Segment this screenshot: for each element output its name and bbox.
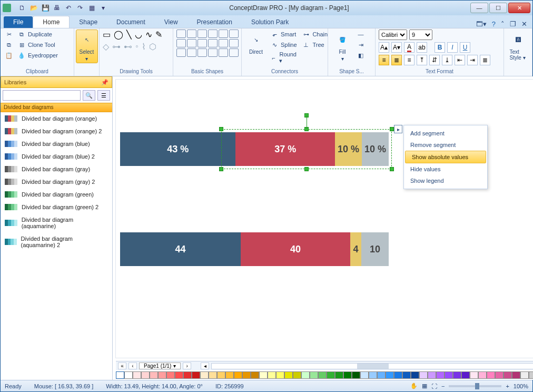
color-swatch[interactable] (158, 371, 166, 379)
page-first-button[interactable]: « (118, 362, 126, 369)
color-swatch[interactable] (495, 371, 504, 379)
color-swatch[interactable] (310, 371, 318, 379)
ellipse-tool-icon[interactable]: ◯ (114, 30, 123, 40)
library-item[interactable]: Divided bar diagram (orange) 2 (1, 125, 112, 138)
library-item[interactable]: Divided bar diagram (gray) 2 (1, 175, 112, 188)
color-swatch[interactable] (386, 371, 394, 379)
qat-save-icon[interactable]: 💾 (41, 3, 50, 13)
bar-segment[interactable]: 40 (241, 232, 350, 266)
library-search-input[interactable] (3, 90, 81, 101)
bar-segment[interactable]: 10 % (362, 132, 389, 166)
tab-shape[interactable]: Shape (70, 16, 107, 28)
smart-tag-button[interactable]: ▸ (394, 125, 402, 133)
color-swatch[interactable] (318, 371, 327, 379)
qat-more-icon[interactable]: ▾ (98, 3, 108, 13)
color-swatch[interactable] (512, 371, 520, 379)
color-swatch[interactable] (141, 371, 150, 379)
spline-connector-button[interactable]: ∿Spline (269, 40, 299, 50)
color-swatch[interactable] (225, 371, 234, 379)
library-item[interactable]: Divided bar diagram (gray) (1, 163, 112, 175)
bar-segment[interactable]: 10 % (335, 132, 362, 166)
linespacing-button[interactable]: ≣ (480, 55, 490, 65)
color-swatch[interactable] (504, 371, 512, 379)
divided-bar[interactable]: 43 %37 %10 %10 % (120, 132, 389, 166)
color-swatch[interactable] (166, 371, 175, 379)
color-swatch[interactable] (259, 371, 268, 379)
qat-undo-icon[interactable]: ↶ (64, 3, 73, 13)
font-color-button[interactable]: A (404, 42, 414, 53)
color-swatch[interactable] (234, 371, 242, 379)
selection-handle[interactable] (390, 167, 394, 171)
color-swatch[interactable] (335, 371, 343, 379)
hscroll-left-button[interactable]: ◂ (201, 362, 209, 369)
hscrollbar[interactable] (211, 363, 533, 369)
color-swatch[interactable] (520, 371, 529, 379)
selection-handle[interactable] (390, 127, 394, 131)
select-tool-button[interactable]: ↖ Select ▾ (76, 30, 98, 63)
duplicate-button[interactable]: ⧉Duplicate (16, 30, 59, 39)
color-swatch[interactable] (209, 371, 217, 379)
bar-segment[interactable]: 43 % (120, 132, 235, 166)
color-swatch[interactable] (428, 371, 436, 379)
valign-mid-button[interactable]: ⇵ (429, 55, 440, 65)
smooth-icon[interactable]: ⌇ (142, 42, 146, 52)
tab-document[interactable]: Document (107, 16, 155, 28)
indent-dec-button[interactable]: ⇤ (455, 55, 465, 65)
color-swatch[interactable] (284, 371, 293, 379)
tab-presentation[interactable]: Presentation (187, 16, 242, 28)
valign-bot-button[interactable]: ⤓ (442, 55, 452, 65)
highlight-button[interactable]: ab (417, 42, 427, 53)
color-swatch[interactable] (150, 371, 158, 379)
library-item[interactable]: Divided bar diagram (green) (1, 188, 112, 201)
shadow-button[interactable]: ◧ (356, 51, 366, 60)
align-center-button[interactable]: ≣ (391, 55, 402, 65)
zoom-slider[interactable] (449, 385, 501, 387)
color-swatch[interactable] (327, 371, 335, 379)
increase-font-button[interactable]: A▴ (379, 42, 389, 53)
color-swatch[interactable] (529, 371, 533, 379)
close-path-icon[interactable]: ⬡ (149, 42, 156, 52)
library-item[interactable]: Divided bar diagram (aquamarine) 2 (1, 232, 112, 251)
tab-view[interactable]: View (155, 16, 187, 28)
font-size-select[interactable]: 9 (409, 30, 432, 40)
library-item[interactable]: Divided bar diagram (blue) 2 (1, 150, 112, 163)
underline-button[interactable]: U (460, 42, 470, 53)
page-next-button[interactable]: › (183, 362, 191, 369)
color-swatch[interactable] (251, 371, 259, 379)
color-swatch[interactable] (242, 371, 251, 379)
context-menu-item[interactable]: Hide values (404, 163, 487, 175)
align-right-button[interactable]: ≡ (404, 55, 414, 65)
color-swatch[interactable] (175, 371, 183, 379)
join-icon[interactable]: ⊶ (112, 42, 121, 52)
color-swatch[interactable] (402, 371, 411, 379)
color-swatch[interactable] (453, 371, 461, 379)
color-swatch[interactable] (394, 371, 402, 379)
clone-tool-button[interactable]: ⊞Clone Tool (16, 40, 59, 50)
maximize-button[interactable]: ☐ (489, 3, 507, 13)
color-swatch[interactable] (360, 371, 369, 379)
bar-segment[interactable]: 37 % (235, 132, 335, 166)
bar-segment[interactable]: 10 (361, 232, 389, 266)
indent-inc-button[interactable]: ⇥ (467, 55, 478, 65)
tree-connector-button[interactable]: ⊥Tree (301, 40, 329, 50)
color-swatch[interactable] (369, 371, 377, 379)
color-swatch[interactable] (419, 371, 428, 379)
valign-top-button[interactable]: ⤒ (417, 55, 427, 65)
color-swatch[interactable] (343, 371, 352, 379)
selection-handle[interactable] (219, 167, 223, 171)
canvas[interactable]: 43 %37 %10 %10 %4440410▸Add segmentRemov… (116, 80, 533, 358)
context-menu-item[interactable]: Show legend (404, 175, 487, 187)
line-ends-button[interactable]: ⇥ (356, 40, 366, 50)
color-swatch[interactable] (217, 371, 225, 379)
bold-button[interactable]: B (435, 42, 445, 53)
context-menu-item[interactable]: Add segment (404, 128, 487, 139)
page-name[interactable]: Page1 (1/1)▾ (139, 362, 181, 369)
break-icon[interactable]: ⊷ (124, 42, 132, 52)
library-item[interactable]: Divided bar diagram (orange) (1, 112, 112, 125)
decrease-font-button[interactable]: A▾ (391, 42, 402, 53)
align-left-button[interactable]: ≡ (379, 55, 389, 65)
color-picker-icon[interactable] (116, 371, 124, 379)
chain-connector-button[interactable]: ⊶Chain (301, 30, 329, 39)
basic-shapes-gallery[interactable] (176, 30, 239, 57)
color-swatch[interactable] (301, 371, 310, 379)
